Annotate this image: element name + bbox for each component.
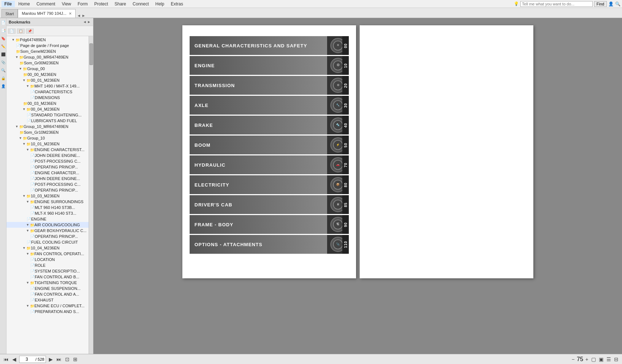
list-item[interactable]: 📄 PREPARATION AND S... xyxy=(7,309,89,314)
toc-entry[interactable]: AXLE 🔧 30 xyxy=(190,96,349,115)
list-item[interactable]: 📄 FAN CONTROL AND A... xyxy=(7,291,89,297)
list-item[interactable]: ▼ 📁 10_04_M236EN xyxy=(7,245,89,251)
nav-next-button[interactable]: ▶ xyxy=(48,356,54,362)
nav-prev-button[interactable]: ◀ xyxy=(12,356,17,362)
list-item[interactable]: ▼ 📁 ENGINE CHARACTERIST... xyxy=(7,147,89,153)
toc-entry[interactable]: OPTIONS - ATTACHMENTS 📎 110 xyxy=(190,235,349,254)
list-item[interactable]: 📄 LOCATION xyxy=(7,257,89,262)
list-item[interactable]: ▼ 📁 10_01_M236EN xyxy=(7,141,89,147)
list-item[interactable]: 📁 00_03_M236EN xyxy=(7,100,89,106)
list-item[interactable]: ▼ 📁 Group_00 xyxy=(7,66,89,72)
list-item[interactable]: 📄 LUBRICANTS AND FUEL xyxy=(7,118,89,124)
menu-file[interactable]: File xyxy=(1,1,15,7)
list-item[interactable]: 📄 SYSTEM DESCRIPTIO... xyxy=(7,268,89,274)
bookmark-nav-left[interactable]: ◄ xyxy=(83,20,86,24)
menu-comment[interactable]: Comment xyxy=(34,1,58,7)
nav-last-button[interactable]: ⏭ xyxy=(56,356,62,362)
list-item[interactable]: 📄 MLT-X 960 H140 ST3... xyxy=(7,210,89,216)
list-item[interactable]: 📄 ENGINE SUSPENSION... xyxy=(7,286,89,291)
tool-bookmark-icon[interactable]: 🔖 xyxy=(0,35,6,41)
toc-entry[interactable]: FRAME - BODY 🏗 90 xyxy=(190,215,349,234)
menu-home[interactable]: Home xyxy=(16,1,33,7)
tool-pages-icon[interactable]: 📑 xyxy=(0,27,6,33)
list-item[interactable]: 📄 Page de garde / Front page xyxy=(7,43,89,48)
tool-search2-icon[interactable]: 🔍 xyxy=(0,67,6,73)
tool-edit-icon[interactable]: ✏️ xyxy=(0,43,6,49)
list-item[interactable]: ▼ 📁 MHT 1490 / MHT-X 149... xyxy=(7,83,89,89)
fit-page-button[interactable]: ⊡ xyxy=(64,356,70,362)
list-item[interactable]: 📄 POST-PROCESSING C... xyxy=(7,181,89,187)
list-item[interactable]: ▼ 📁 Group_10 xyxy=(7,135,89,141)
tool-lock-icon[interactable]: 🔒 xyxy=(0,75,6,81)
list-item[interactable]: 📄 MLT 960 H140 ST3B... xyxy=(7,205,89,210)
toc-entry[interactable]: GENERAL CHARACTERISTICS AND SAFETY ⚙ 00 xyxy=(190,36,349,55)
list-item[interactable]: ▼ 📁 00_01_M236EN xyxy=(7,77,89,83)
list-item[interactable]: 📄 ENGINE xyxy=(7,216,89,222)
list-item[interactable]: ▼ 📁 FAN CONTROL OPERATI... xyxy=(7,251,89,257)
list-item[interactable]: 📄 FUEL COOLING CIRCUIT xyxy=(7,239,89,245)
toc-entry[interactable]: TRANSMISSION ⚙ 20 xyxy=(190,76,349,95)
view-continuous-button[interactable]: ☰ xyxy=(606,356,612,362)
toc-entry[interactable]: HYDRAULIC 🚗 70 xyxy=(190,155,349,174)
zoom-in-button[interactable]: + xyxy=(585,356,589,362)
list-item[interactable]: 📄 FAN CONTROL AND B... xyxy=(7,274,89,280)
toc-entry[interactable]: BOOM ⚡ 50 xyxy=(190,136,349,154)
tab-close-button[interactable]: ✕ xyxy=(69,12,72,16)
menu-connect[interactable]: Connect xyxy=(130,1,152,7)
list-item[interactable]: 📄 EXHAUST xyxy=(7,297,89,303)
list-item[interactable]: 📄 OPERATING PRINCIP... xyxy=(7,164,89,170)
list-item[interactable]: ▼ 📁 AIR COOLING/COOLING xyxy=(7,222,89,228)
search-input[interactable] xyxy=(520,1,593,7)
list-item[interactable]: ▼ 📁 Pdg647489EN xyxy=(7,37,89,43)
toc-entry[interactable]: BRAKE 🔩 40 xyxy=(190,116,349,134)
list-item[interactable]: 📄 STANDARD TIGHTENING... xyxy=(7,112,89,118)
tool-attach-icon[interactable]: 📎 xyxy=(0,59,6,65)
list-item[interactable]: ▼ 📁 ENGINE SURROUNDINGS xyxy=(7,199,89,205)
menu-view[interactable]: View xyxy=(59,1,74,7)
tab-start[interactable]: Start xyxy=(1,9,18,18)
menu-protect[interactable]: Protect xyxy=(92,1,111,7)
list-item[interactable]: 📄 CHARACTERISTICS xyxy=(7,89,89,95)
list-item[interactable]: 📁 Som_Gr10M236EN xyxy=(7,129,89,135)
view-double-button[interactable]: ▣ xyxy=(598,356,604,362)
list-item[interactable]: 📄 OPERATING PRINCIP... xyxy=(7,234,89,239)
panel-btn1[interactable]: 📄 xyxy=(8,29,16,34)
panel-btn2[interactable]: 📋 xyxy=(17,29,25,34)
find-button[interactable]: Find xyxy=(594,1,607,7)
list-item[interactable]: 📁 Som_GeneM236EN xyxy=(7,48,89,54)
toc-entry[interactable]: DRIVER'S CAB 🖥 85 xyxy=(190,195,349,214)
list-item[interactable]: ▼ 📁 GEAR BOX/HYDRAULIC C... xyxy=(7,228,89,234)
list-item[interactable]: 📄 OPERATING PRINCIP... xyxy=(7,187,89,193)
list-item[interactable]: 📄 DIMENSIONS xyxy=(7,95,89,100)
list-item[interactable]: 📄 POST-PROCESSING C... xyxy=(7,158,89,164)
list-item[interactable]: ▼ 📁 10_03_M236EN xyxy=(7,193,89,199)
tab-nav-prev[interactable]: ◄ xyxy=(77,13,81,18)
tool-stamp-icon[interactable]: ⬛ xyxy=(0,51,6,57)
tool-open-icon[interactable]: 📄 xyxy=(0,20,6,25)
list-item[interactable]: 📁 Som_Gr00M236EN xyxy=(7,60,89,66)
list-item[interactable]: 📄 JOHN DEERE ENGINE... xyxy=(7,176,89,181)
menu-form[interactable]: Form xyxy=(75,1,91,7)
list-item[interactable]: 📄 JOHN DEERE ENGINE... xyxy=(7,153,89,158)
view-single-button[interactable]: ▢ xyxy=(591,356,597,362)
page-number-input[interactable] xyxy=(20,356,34,363)
panel-btn3[interactable]: 📌 xyxy=(26,29,34,34)
tab-document[interactable]: Manitou MHT 790 104J... ✕ xyxy=(18,9,75,18)
tree-scrollbar[interactable] xyxy=(89,36,93,354)
list-item[interactable]: ▼ 📁 Group_10_MR647489EN xyxy=(7,124,89,129)
menu-extras[interactable]: Extras xyxy=(168,1,186,7)
list-item[interactable]: ▼ 📁 TIGHTENING TORQUE xyxy=(7,280,89,286)
view-spread-button[interactable]: ⊟ xyxy=(613,356,619,362)
zoom-out-button[interactable]: − xyxy=(571,356,575,362)
list-item[interactable]: 📄 ROLE xyxy=(7,262,89,268)
list-item[interactable]: ▼ 📁 Group_00_MR647489EN xyxy=(7,54,89,60)
tool-user-icon[interactable]: 👤 xyxy=(0,83,6,89)
list-item[interactable]: ▼ 📁 00_04_M236EN xyxy=(7,106,89,112)
toc-entry[interactable]: ELECTRICITY 📦 80 xyxy=(190,175,349,194)
menu-help[interactable]: Help xyxy=(152,1,167,7)
toc-entry[interactable]: ENGINE ⚙ 10 xyxy=(190,56,349,75)
list-item[interactable]: ▼ 📁 ENGINE ECU / COMPLET... xyxy=(7,303,89,309)
nav-first-button[interactable]: ⏮ xyxy=(3,356,9,362)
list-item[interactable]: 📄 ENGINE CHARACTER... xyxy=(7,170,89,176)
tab-nav-next[interactable]: ► xyxy=(81,13,85,18)
